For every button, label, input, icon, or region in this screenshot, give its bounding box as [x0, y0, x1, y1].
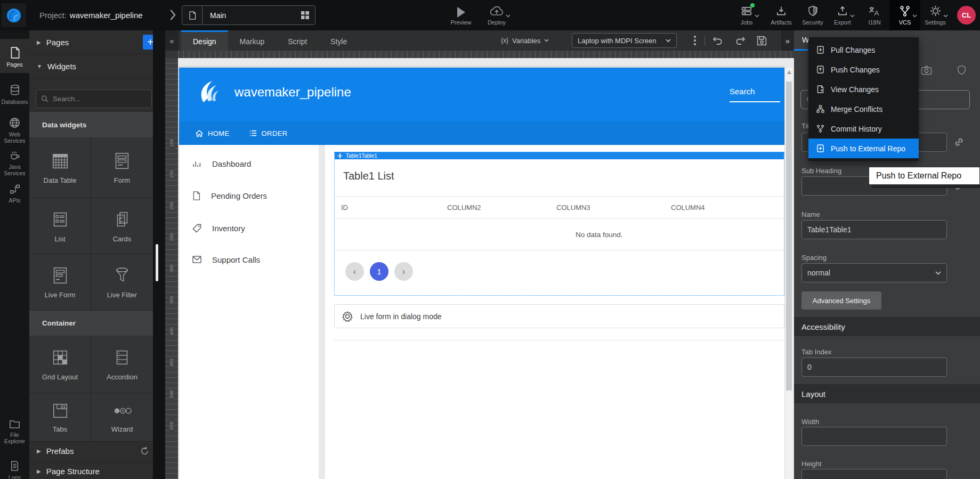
rail-item-web-services[interactable]: Web Services: [0, 117, 29, 147]
jobs-button[interactable]: Jobs: [731, 4, 762, 26]
menu-item-push-to-external-repo[interactable]: Push to External Repo: [808, 139, 919, 158]
page-structure-section[interactable]: ▶ Page Structure: [29, 462, 153, 479]
rail-item-pages[interactable]: Pages: [0, 39, 29, 73]
page-number-button[interactable]: 1: [370, 262, 388, 281]
name-input[interactable]: [801, 220, 947, 239]
widget-tile-grid-layout[interactable]: Grid Layout: [29, 336, 91, 393]
move-handle-icon[interactable]: [337, 153, 342, 158]
widgets-header-label: Widgets: [47, 62, 76, 71]
palette-scroll-thumb[interactable]: [156, 244, 158, 281]
live-form-icon: [50, 265, 71, 286]
scroll-up-arrow[interactable]: [787, 70, 791, 74]
layout-section-header[interactable]: Layout: [794, 384, 980, 403]
widgets-section-header[interactable]: ▼ Widgets: [29, 54, 153, 78]
widget-search-input[interactable]: [53, 95, 147, 103]
page-tab-main[interactable]: Main: [182, 5, 315, 25]
empty-text: No data found.: [576, 231, 623, 239]
merge-conflicts-icon: [816, 104, 825, 113]
canvas-scrollbar[interactable]: [784, 68, 793, 479]
user-avatar[interactable]: CL: [957, 6, 976, 25]
export-button[interactable]: Export: [827, 4, 858, 26]
more-options-button[interactable]: [689, 34, 701, 47]
app-header[interactable]: wavemaker_pipeline Search HOME ORDER: [179, 68, 784, 145]
page-structure-label: Page Structure: [46, 467, 100, 476]
pages-section-header[interactable]: ▶ Pages: [29, 30, 153, 54]
palette-scroll-track[interactable]: [153, 30, 165, 479]
device-select[interactable]: Laptop with MDPI Screen: [572, 33, 677, 48]
variables-button[interactable]: {x} Variables: [501, 30, 549, 51]
widget-tile-data-table[interactable]: Data Table: [29, 137, 91, 198]
security-button[interactable]: Security: [797, 4, 828, 26]
rail-item-file-explorer[interactable]: File Explorer: [0, 418, 29, 448]
menu-item-inventory[interactable]: Inventory: [192, 219, 314, 237]
page-doc-icon[interactable]: [182, 6, 203, 25]
nav-item-order[interactable]: ORDER: [249, 129, 288, 137]
menu-item-pending-orders[interactable]: Pending Orders: [192, 186, 314, 205]
ruler-number: 250: [169, 231, 174, 243]
app-search-link[interactable]: Search: [730, 87, 780, 102]
shield-icon[interactable]: [957, 64, 967, 76]
column-header[interactable]: COLUMN2: [447, 204, 556, 212]
column-header[interactable]: COLUMN3: [556, 204, 671, 212]
refresh-icon[interactable]: [140, 446, 149, 456]
menu-label: Support Calls: [212, 255, 260, 264]
selected-table-widget[interactable]: Table1Table1 Table1 List ID COLUMN2 COLU…: [334, 152, 784, 296]
vcs-button[interactable]: VCS: [889, 0, 920, 30]
tag-icon: [192, 223, 202, 233]
pages-grid-icon[interactable]: [301, 11, 310, 20]
expand-properties-button[interactable]: »: [781, 30, 794, 51]
camera-icon[interactable]: [921, 66, 932, 75]
tab-index-input[interactable]: [801, 358, 947, 377]
menu-item-pull-changes[interactable]: Pull Changes: [808, 40, 919, 60]
widget-tile-form[interactable]: Form: [91, 137, 153, 198]
deploy-button[interactable]: Deploy: [480, 5, 514, 26]
bind-link-icon[interactable]: [954, 137, 964, 147]
height-input[interactable]: [801, 469, 947, 479]
redo-button[interactable]: [734, 35, 746, 46]
next-page-button[interactable]: ›: [394, 262, 413, 281]
widget-tile-wizard[interactable]: Wizard: [91, 393, 153, 441]
menu-item-commit-history[interactable]: Commit History: [808, 119, 919, 139]
tab-design[interactable]: Design: [181, 30, 228, 51]
menu-item-merge-conflicts[interactable]: Merge Conflicts: [808, 99, 919, 119]
menu-item-support-calls[interactable]: Support Calls: [192, 250, 314, 269]
tab-markup[interactable]: Markup: [228, 30, 277, 51]
widget-selection-bar[interactable]: Table1Table1: [335, 152, 784, 159]
widget-tile-cards[interactable]: Cards: [91, 198, 153, 254]
tab-script[interactable]: Script: [276, 30, 319, 51]
menu-item-push-changes[interactable]: Push Changes: [808, 60, 919, 79]
collapse-palette-button[interactable]: «: [165, 30, 179, 51]
save-button[interactable]: [756, 35, 768, 47]
accessibility-section-header[interactable]: Accessibility: [794, 317, 980, 336]
rail-item-apis[interactable]: APIs: [0, 183, 29, 207]
undo-button[interactable]: [712, 35, 724, 46]
i18n-button[interactable]: A I18N: [859, 4, 890, 26]
widget-tile-tabs[interactable]: Tabs: [29, 393, 91, 441]
column-header[interactable]: ID: [341, 204, 447, 212]
preview-button[interactable]: Preview: [444, 5, 478, 26]
widget-tile-live-form[interactable]: Live Form: [29, 254, 91, 310]
settings-button[interactable]: Settings: [920, 4, 951, 26]
nav-item-home[interactable]: HOME: [195, 129, 230, 137]
live-form-widget[interactable]: Live form in dialog mode: [334, 304, 784, 328]
advanced-settings-button[interactable]: Advanced Settings: [801, 291, 881, 310]
menu-item-view-changes[interactable]: View Changes: [808, 79, 919, 99]
spacing-select[interactable]: normal: [801, 263, 947, 282]
widget-tile-live-filter[interactable]: Live Filter: [91, 254, 153, 310]
wavemaker-logo[interactable]: [2, 3, 26, 27]
rail-item-databases[interactable]: Databases: [0, 84, 29, 111]
artifacts-button[interactable]: Artifacts: [766, 4, 797, 26]
widget-tile-accordion[interactable]: Accordion: [91, 336, 153, 393]
column-header[interactable]: COLUMN4: [671, 204, 784, 212]
live-filter-icon: [111, 265, 133, 286]
rail-item-java-services[interactable]: Java Services: [0, 149, 29, 178]
scrollbar-thumb[interactable]: [786, 82, 792, 391]
tabs-icon: [50, 402, 71, 420]
widget-tile-list[interactable]: List: [29, 198, 91, 254]
prev-page-button[interactable]: ‹: [345, 262, 364, 281]
prefabs-section[interactable]: ▶ Prefabs: [29, 441, 153, 460]
rail-item-logs[interactable]: Logs: [0, 460, 29, 479]
menu-item-dashboard[interactable]: Dashboard: [192, 155, 314, 173]
tab-style[interactable]: Style: [319, 30, 359, 51]
width-input[interactable]: [801, 427, 947, 446]
